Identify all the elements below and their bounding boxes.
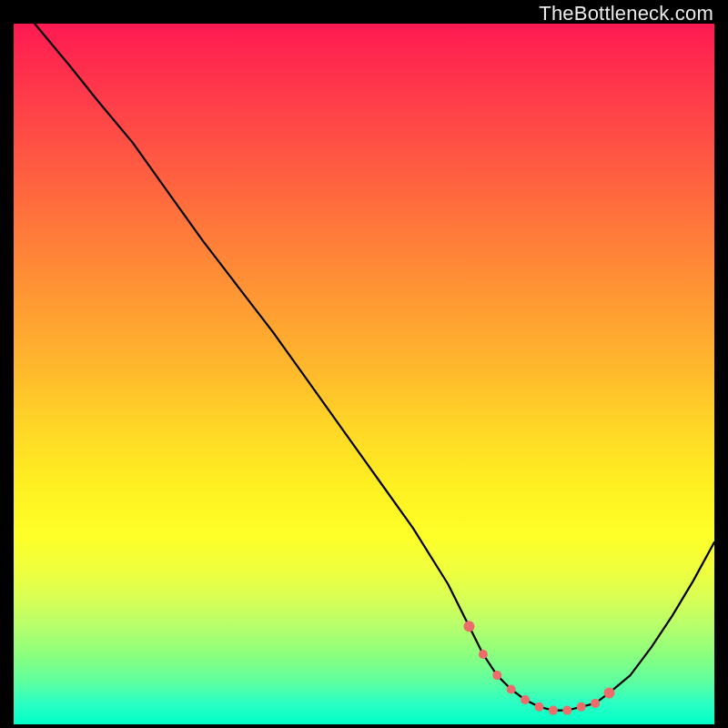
- bottom-border: [0, 724, 728, 728]
- bottleneck-curve: [35, 24, 714, 711]
- marker-dot: [479, 650, 488, 659]
- site-credit: TheBottleneck.com: [539, 2, 713, 25]
- marker-dot: [562, 706, 571, 715]
- marker-dot: [535, 703, 544, 712]
- marker-dot: [577, 703, 586, 712]
- left-border: [0, 0, 14, 728]
- marker-dot: [604, 687, 615, 698]
- marker-dot: [591, 699, 600, 708]
- marker-dot: [464, 621, 475, 632]
- marker-dot: [521, 695, 530, 704]
- right-border: [714, 0, 728, 728]
- marker-dot: [549, 706, 558, 715]
- chart-svg: [14, 24, 714, 724]
- marker-dot: [492, 671, 501, 680]
- marker-group: [464, 621, 615, 714]
- marker-dot: [507, 685, 516, 694]
